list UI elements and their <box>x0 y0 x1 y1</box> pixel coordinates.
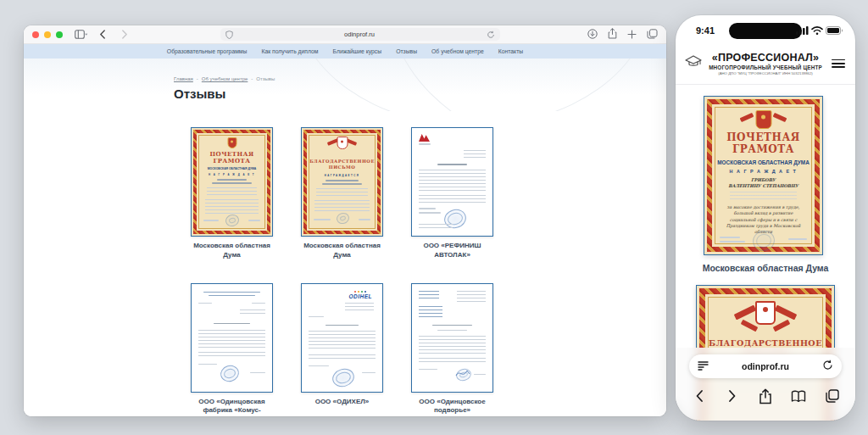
page-title: Отзывы <box>174 86 225 101</box>
nav-item-reviews[interactable]: Отзывы <box>396 48 417 54</box>
gramota-title-2: ГРАМОТА <box>716 144 810 156</box>
wifi-icon <box>811 26 823 35</box>
reader-icon[interactable] <box>698 359 709 374</box>
mobile-address-bar[interactable]: odinprof.ru <box>689 354 842 378</box>
gramota-org: МОСКОВСКАЯ ОБЛАСТНАЯ ДУМА <box>716 159 810 165</box>
gramota-action: Н А Г Р А Ж Д А Е Т <box>716 169 810 174</box>
battery-icon <box>826 26 843 35</box>
refinish-logo-icon <box>419 134 430 142</box>
gramota-title-1: ПОЧЕТНАЯ <box>200 151 264 158</box>
mobile-phone: 9:41 «ПРОФЕССИОНАЛ» МНОГОПРОФИЛЬНЫЙ УЧЕБ… <box>676 15 855 421</box>
nav-item-contacts[interactable]: Контакты <box>498 48 523 54</box>
mobile-tabs-icon[interactable] <box>820 384 843 408</box>
company-stamp <box>331 365 357 388</box>
mobile-bookmarks-icon[interactable] <box>787 384 810 408</box>
blago-action: НАГРАЖДАЕТСЯ <box>307 174 377 177</box>
certificate-caption: ООО «Одинцовское подворье» <box>411 398 493 416</box>
share-icon[interactable] <box>608 27 617 42</box>
certificate-letter: ODIHEL <box>301 283 383 393</box>
status-time: 9:41 <box>696 25 715 36</box>
tabs-overview-icon[interactable] <box>647 27 658 42</box>
mobile-reload-icon[interactable] <box>822 359 833 374</box>
privacy-shield-icon[interactable] <box>225 27 233 42</box>
header-divider <box>676 84 855 85</box>
certificate-caption: Московская областная Дума <box>191 242 273 260</box>
breadcrumb-about[interactable]: Об учебном центре <box>202 76 248 81</box>
browser-toolbar: odinprof.ru <box>24 25 666 44</box>
certificates-grid: ПОЧЕТНАЯ ГРАМОТА МОСКОВСКАЯ ОБЛАСТНАЯ ДУ… <box>191 127 521 416</box>
desktop-browser-window: odinprof.ru Образовательные программы Ка… <box>24 25 666 416</box>
certificate-caption: ООО «Одинцовская фабрика «Комус-Упаковка… <box>191 398 273 416</box>
gramota-name-2: ВАЛЕНТИНУ СТЕПАНОВНУ <box>716 183 810 189</box>
mobile-certificate-caption: Московская областная Дума <box>676 263 855 273</box>
dynamic-island <box>729 23 802 39</box>
page-hero: Главная - Об учебном центре - Отзывы Отз… <box>24 59 666 111</box>
logo-professional-icon <box>684 53 703 71</box>
blago-title-1: БЛАГОДАРСТВЕННОЕ <box>309 159 376 165</box>
company-stamp <box>219 363 241 383</box>
web-page: Образовательные программы Как получить д… <box>24 44 666 416</box>
certificate-letter <box>411 283 493 393</box>
coat-of-arms-icon <box>337 137 348 149</box>
certificate-thumbnail-3[interactable]: ООО «РЕФИНИШ АВТОЛАК» <box>411 127 493 260</box>
close-window-button[interactable] <box>32 31 39 38</box>
breadcrumb: Главная - Об учебном центре - Отзывы <box>174 76 275 81</box>
nav-item-programs[interactable]: Образовательные программы <box>167 48 248 54</box>
url-text: odinprof.ru <box>233 31 487 38</box>
mobile-site-title-block: «ПРОФЕССИОНАЛ» МНОГОПРОФИЛЬНЫЙ УЧЕБНЫЙ Ц… <box>701 52 830 75</box>
gramota-title-2: ГРАМОТА <box>200 158 264 165</box>
breadcrumb-separator: - <box>197 76 198 81</box>
nav-item-about[interactable]: Об учебном центре <box>431 48 484 54</box>
certificate-thumbnail-1[interactable]: ПОЧЕТНАЯ ГРАМОТА МОСКОВСКАЯ ОБЛАСТНАЯ ДУ… <box>191 127 273 260</box>
mobile-share-icon[interactable] <box>754 384 777 408</box>
breadcrumb-separator: - <box>251 76 253 81</box>
certificate-thumbnail-2[interactable]: БЛАГОДАРСТВЕННОЕ ПИСЬМО НАГРАЖДАЕТСЯ Мос… <box>301 127 383 260</box>
certificate-caption: ООО «ОДИХЕЛ» <box>301 398 383 407</box>
gramota-org: МОСКОВСКАЯ ОБЛАСТНАЯ ДУМА <box>197 167 267 170</box>
certificate-caption: Московская областная Дума <box>301 242 383 260</box>
cellular-signal-icon <box>796 26 809 35</box>
odihel-logo: ODIHEL <box>348 291 372 300</box>
site-subtitle: МНОГОПРОФИЛЬНЫЙ УЧЕБНЫЙ ЦЕНТР <box>701 64 830 70</box>
back-button[interactable] <box>95 28 110 42</box>
downloads-icon[interactable] <box>587 27 598 42</box>
window-controls <box>32 31 63 38</box>
maximize-window-button[interactable] <box>56 31 63 38</box>
breadcrumb-home[interactable]: Главная <box>174 76 193 81</box>
toolbar-right-icons <box>587 27 658 42</box>
breadcrumb-current: Отзывы <box>256 76 275 81</box>
certificate-thumbnail-5[interactable]: ODIHEL ООО «ОДИХЕЛ» <box>301 283 383 416</box>
minimize-window-button[interactable] <box>44 31 51 38</box>
signature <box>454 367 471 379</box>
new-tab-icon[interactable] <box>627 27 637 42</box>
nav-item-courses[interactable]: Ближайшие курсы <box>333 48 382 54</box>
mobile-url-text: odinprof.ru <box>709 361 822 371</box>
certificate-blago: БЛАГОДАРСТВЕННОЕ ПИСЬМО НАГРАЖДАЕТСЯ <box>301 127 383 237</box>
hamburger-menu-icon[interactable] <box>832 57 845 70</box>
address-bar[interactable]: odinprof.ru <box>220 28 500 41</box>
certificate-letter <box>411 127 493 237</box>
certificate-gramota: ПОЧЕТНАЯ ГРАМОТА МОСКОВСКАЯ ОБЛАСТНАЯ ДУ… <box>191 127 273 237</box>
certificate-caption: ООО «РЕФИНИШ АВТОЛАК» <box>411 242 493 260</box>
mobile-back-icon[interactable] <box>687 384 711 408</box>
coat-of-arms-icon <box>227 137 236 148</box>
mobile-toolbar-icons <box>687 383 843 409</box>
nav-item-diploma[interactable]: Как получить диплом <box>261 48 318 54</box>
gramota-title-1: ПОЧЕТНАЯ <box>716 132 810 144</box>
status-bar: 9:41 <box>676 22 855 39</box>
site-title: «ПРОФЕССИОНАЛ» <box>701 52 830 64</box>
certificate-letter <box>191 283 273 393</box>
forward-button[interactable] <box>117 28 132 42</box>
site-navigation: Образовательные программы Как получить д… <box>24 44 666 59</box>
status-icons <box>796 26 843 35</box>
gramota-action: Н А Г Р А Ж Д А Е Т <box>197 173 267 176</box>
mobile-certificate-gramota[interactable]: ПОЧЕТНАЯ ГРАМОТА МОСКОВСКАЯ ОБЛАСТНАЯ ДУ… <box>704 96 823 255</box>
mobile-site-header: «ПРОФЕССИОНАЛ» МНОГОПРОФИЛЬНЫЙ УЧЕБНЫЙ Ц… <box>676 44 855 83</box>
coat-of-arms-icon <box>755 301 776 325</box>
mobile-forward-icon[interactable] <box>721 384 744 408</box>
certificate-thumbnail-6[interactable]: ООО «Одинцовское подворье» <box>411 283 493 416</box>
reload-icon[interactable] <box>487 27 495 42</box>
sidebar-icon[interactable] <box>73 28 88 42</box>
certificate-thumbnail-4[interactable]: ООО «Одинцовская фабрика «Комус-Упаковка… <box>191 283 273 416</box>
blago-title-2: ПИСЬМО <box>309 165 376 170</box>
